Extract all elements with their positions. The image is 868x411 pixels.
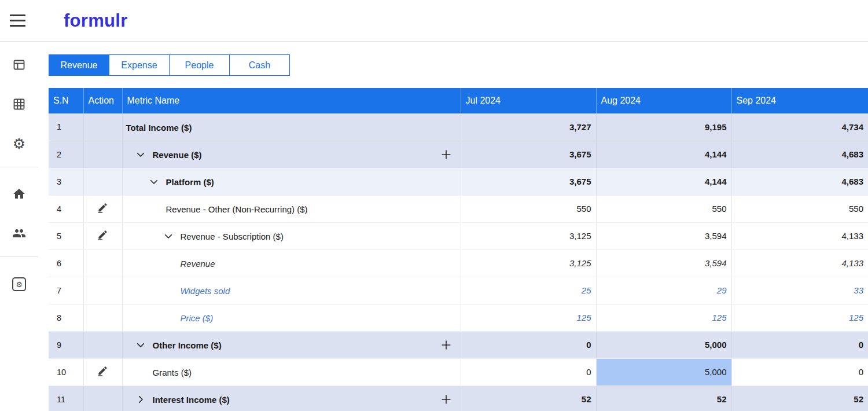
metric-name-cell: Interest Income ($)	[122, 386, 461, 411]
value-cell[interactable]: 3,727	[461, 113, 596, 141]
grid-icon	[12, 97, 26, 113]
value-cell[interactable]: 4,734	[731, 113, 868, 141]
row-number: 11	[49, 386, 83, 411]
value-cell[interactable]: 550	[731, 195, 868, 222]
value-cell[interactable]: 550	[596, 195, 731, 222]
sidebar-item-dashboard[interactable]	[7, 58, 31, 73]
value-cell[interactable]: 29	[596, 277, 731, 304]
metric-name-cell: Price ($)	[122, 304, 461, 331]
metric-name-cell: Revenue ($)	[122, 141, 461, 168]
action-cell	[83, 331, 122, 358]
metric-name: Total Income ($)	[126, 123, 192, 133]
value-cell[interactable]: 125	[461, 304, 596, 331]
value-cell[interactable]: 9,195	[596, 113, 731, 141]
value-cell[interactable]: 52	[596, 386, 731, 411]
value-cell[interactable]: 52	[461, 386, 596, 411]
value-cell[interactable]: 4,144	[596, 141, 731, 168]
tab-cash[interactable]: Cash	[229, 54, 290, 76]
row-number: 8	[49, 304, 83, 331]
value-cell[interactable]: 3,594	[596, 249, 731, 277]
table-row: 9Other Income ($)05,0000	[49, 331, 868, 358]
metric-name: Widgets sold	[181, 286, 230, 296]
row-number: 7	[49, 277, 83, 304]
table-row: 8Price ($)125125125	[49, 304, 868, 331]
value-cell[interactable]: 4,144	[596, 168, 731, 195]
value-cell[interactable]: 5,000	[596, 358, 731, 386]
tab-people[interactable]: People	[169, 54, 230, 76]
value-cell[interactable]: 0	[461, 331, 596, 358]
value-cell[interactable]: 0	[731, 331, 868, 358]
metric-name: Revenue ($)	[153, 150, 202, 160]
action-cell	[83, 141, 122, 168]
value-cell[interactable]: 25	[461, 277, 596, 304]
value-cell[interactable]: 3,125	[461, 222, 596, 249]
metric-name: Price ($)	[181, 313, 214, 323]
column-header-action: Action	[83, 88, 122, 113]
value-cell[interactable]: 4,133	[731, 249, 868, 277]
top-bar: formulr	[0, 0, 868, 42]
metric-name-cell: Other Income ($)	[122, 331, 461, 358]
value-cell[interactable]: 550	[461, 195, 596, 222]
value-cell[interactable]: 0	[731, 358, 868, 386]
table-row: 6Revenue3,1253,5944,133	[49, 249, 868, 277]
sidebar-item-sheets[interactable]	[7, 97, 31, 112]
sidebar-item-people[interactable]	[7, 226, 31, 241]
value-cell[interactable]: 3,675	[461, 141, 596, 168]
chevron-down-icon[interactable]	[135, 149, 153, 160]
metric-name-cell: Grants ($)	[122, 358, 461, 386]
metric-name-cell: Revenue - Subscription ($)	[122, 222, 461, 249]
tab-revenue[interactable]: Revenue	[49, 54, 109, 76]
row-number: 5	[49, 222, 83, 249]
edit-icon[interactable]	[97, 230, 108, 241]
value-cell[interactable]: 125	[731, 304, 868, 331]
chevron-down-icon[interactable]	[135, 340, 153, 350]
action-cell	[83, 386, 122, 411]
sidebar-item-settings[interactable]: ⚙	[7, 137, 31, 152]
metric-name-cell: Revenue	[122, 249, 461, 277]
metric-name: Revenue - Other (Non-Recurring) ($)	[166, 204, 308, 214]
row-number: 10	[49, 358, 83, 386]
sidebar-item-app-settings[interactable]: ⚙	[7, 277, 31, 292]
action-cell	[83, 168, 122, 195]
table-row: 5Revenue - Subscription ($)3,1253,5944,1…	[49, 222, 868, 249]
action-cell	[83, 195, 122, 222]
value-cell[interactable]: 4,683	[731, 141, 868, 168]
chevron-down-icon[interactable]	[149, 177, 166, 187]
value-cell[interactable]: 0	[461, 358, 596, 386]
table-row: 1Total Income ($)3,7279,1954,734	[49, 113, 868, 141]
sidebar-item-home[interactable]	[7, 187, 31, 202]
metric-name: Other Income ($)	[153, 340, 222, 350]
edit-icon[interactable]	[97, 366, 108, 377]
metric-name: Revenue - Subscription ($)	[181, 232, 284, 241]
sidebar-divider	[0, 256, 38, 257]
add-metric-icon[interactable]	[440, 393, 453, 406]
value-cell[interactable]: 33	[731, 277, 868, 304]
metric-name: Grants ($)	[153, 368, 192, 377]
metrics-table: S.NActionMetric NameJul 2024Aug 2024Sep …	[49, 88, 868, 411]
value-cell[interactable]: 4,683	[731, 168, 868, 195]
value-cell[interactable]: 4,133	[731, 222, 868, 249]
row-number: 2	[49, 141, 83, 168]
table-chart-icon	[12, 58, 26, 74]
tab-expense[interactable]: Expense	[109, 54, 170, 76]
value-cell[interactable]: 5,000	[596, 331, 731, 358]
row-number: 4	[49, 195, 83, 222]
value-cell[interactable]: 52	[731, 386, 868, 411]
hamburger-menu-icon[interactable]	[6, 9, 30, 33]
action-cell	[83, 249, 122, 277]
action-cell	[83, 222, 122, 249]
chevron-right-icon[interactable]	[135, 394, 153, 405]
add-metric-icon[interactable]	[440, 339, 453, 351]
metric-name-cell: Total Income ($)	[122, 113, 461, 141]
value-cell[interactable]: 3,594	[596, 222, 731, 249]
metric-name-cell: Revenue - Other (Non-Recurring) ($)	[122, 195, 461, 222]
table-row: 3Platform ($)3,6754,1444,683	[49, 168, 868, 195]
add-metric-icon[interactable]	[440, 148, 453, 161]
edit-icon[interactable]	[97, 203, 108, 214]
value-cell[interactable]: 125	[596, 304, 731, 331]
table-row: 7Widgets sold252933	[49, 277, 868, 304]
value-cell[interactable]: 3,675	[461, 168, 596, 195]
action-cell	[83, 277, 122, 304]
value-cell[interactable]: 3,125	[461, 249, 596, 277]
chevron-down-icon[interactable]	[163, 231, 181, 241]
